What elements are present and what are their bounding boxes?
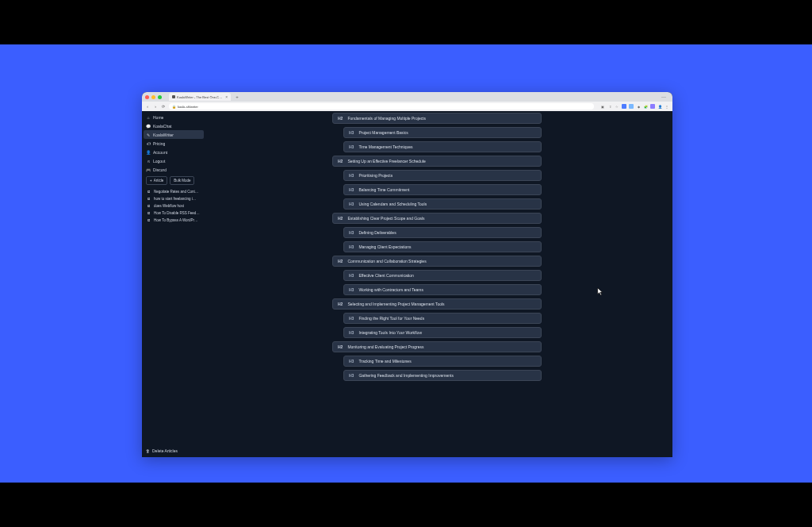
sidebar-item-label: Discord [153,167,167,172]
user-icon: 👤 [146,150,151,155]
list-item[interactable]: 🗎 Negotiate Rates and Cont… [145,188,202,195]
sidebar-item-home[interactable]: ⌂ Home [144,113,204,121]
heading-text: Fundamentals of Managing Multiple Projec… [347,116,426,121]
bulk-mode-button[interactable]: Bulk Mode [170,176,194,185]
logout-icon: ⎋ [146,159,151,163]
profile-avatar-icon[interactable]: 👤 [657,104,662,109]
heading-level-badge: H2 [338,116,343,121]
outline-heading-row[interactable]: H3Managing Client Expectations [343,241,542,252]
trash-icon: 🗑 [146,448,150,453]
outline-heading-row[interactable]: H3Project Management Basics [343,127,542,138]
outline-heading-row[interactable]: H3Defining Deliverables [343,227,542,238]
outline-heading-row[interactable]: H3Balancing Time Commitment [343,184,542,195]
sidebar-item-label: Account [153,150,167,155]
heading-text: Working with Contractors and Teams [358,287,423,292]
bookmark-icon[interactable]: ☆ [615,104,619,109]
screenshot-icon[interactable]: ▣ [600,104,605,109]
heading-text: Setting Up an Effective Freelancer Sched… [347,159,425,163]
heading-level-badge: H2 [338,216,343,221]
list-item[interactable]: 🗎 how to start freelancing i… [145,195,202,202]
close-window-icon[interactable] [145,95,149,99]
button-label: Bulk Mode [174,179,190,183]
browser-toolbar-right: ▣ ⇧ ☆ ◆ 🧩 👤 ⋮ [600,104,669,109]
heading-level-badge: H3 [349,359,354,364]
sidebar-item-koalachat[interactable]: 💬 KoalaChat [144,121,204,130]
list-item[interactable]: 🗎 does Webflow host [145,202,202,210]
outline-list: H2Fundamentals of Managing Multiple Proj… [332,113,542,384]
outline-heading-row[interactable]: H2Fundamentals of Managing Multiple Proj… [332,113,542,124]
outline-heading-row[interactable]: H2Communication and Collaboration Strate… [332,256,542,267]
outline-heading-row[interactable]: H3Using Calendars and Scheduling Tools [343,198,542,210]
sidebar-item-logout[interactable]: ⎋ Logout [144,156,204,165]
outline-heading-row[interactable]: H3Prioritising Projects [343,170,542,181]
back-button[interactable]: ‹ [145,104,150,109]
heading-level-badge: H3 [349,244,354,249]
outline-heading-row[interactable]: H3Working with Contractors and Teams [343,284,542,295]
heading-text: Managing Client Expectations [358,244,411,249]
reload-button[interactable]: ⟳ [161,104,166,109]
document-icon: 🗎 [147,190,151,194]
heading-text: Monitoring and Evaluating Project Progre… [347,344,423,349]
outline-heading-row[interactable]: H2Setting Up an Effective Freelancer Sch… [332,156,542,167]
share-icon[interactable]: ⇧ [607,104,612,109]
sidebar-item-label: Pricing [153,141,165,146]
app-body: ⌂ Home 💬 KoalaChat ✎ KoalaWriter 🏷 Prici… [142,111,672,457]
browser-window: KoalaWriter - The Best One-C… × + — ‹ › … [142,92,672,457]
heading-level-badge: H3 [349,187,354,192]
heading-text: Finding the Right Tool for Your Needs [358,316,424,321]
extension-icon[interactable] [650,104,655,109]
new-tab-button[interactable]: + [236,94,239,99]
minimize-window-icon[interactable] [151,95,155,99]
extensions-menu-icon[interactable]: 🧩 [643,104,648,109]
heading-level-badge: H2 [338,302,343,306]
outline-heading-row[interactable]: H3Tracking Time and Milestones [343,356,542,367]
url-field[interactable]: 🔒 koala.sh/writer [169,103,594,110]
browser-address-bar: ‹ › ⟳ 🔒 koala.sh/writer ▣ ⇧ ☆ ◆ 🧩 👤 ⋮ [142,102,672,111]
outline-heading-row[interactable]: H3Effective Client Communication [343,270,542,281]
outline-heading-row[interactable]: H2Establishing Clear Project Scope and G… [332,213,542,224]
sidebar-item-label: KoalaChat [153,124,171,129]
browser-menu-icon[interactable]: ⋮ [665,104,669,109]
list-item[interactable]: 🗎 How To Bypass A WordPr… [145,217,202,224]
delete-articles-button[interactable]: 🗑 Delete Articles [146,448,201,453]
sidebar-actions: + Article Bulk Mode [144,174,204,187]
new-article-button[interactable]: + Article [146,176,167,185]
browser-tab[interactable]: KoalaWriter - The Best One-C… × [169,93,231,101]
pen-icon: ✎ [146,133,151,137]
document-icon: 🗎 [147,204,151,208]
sidebar-item-account[interactable]: 👤 Account [144,148,204,156]
extension-icon[interactable] [629,104,634,109]
outline-heading-row[interactable]: H3Gathering Feedback and Implementing Im… [343,370,542,381]
heading-level-badge: H3 [349,144,354,149]
list-item[interactable]: 🗎 How To Disable RSS Feed… [145,210,202,217]
heading-text: Tracking Time and Milestones [358,359,411,364]
heading-text: Communication and Collaboration Strategi… [347,259,426,264]
extension-icon[interactable] [622,104,626,109]
sidebar-item-discord[interactable]: 🎮 Discord [144,165,204,174]
discord-icon: 🎮 [146,167,151,172]
outline-heading-row[interactable]: H2Selecting and Implementing Project Man… [332,298,542,310]
heading-text: Prioritising Projects [358,173,393,178]
browser-tab-bar: KoalaWriter - The Best One-C… × + — [142,92,672,102]
outline-heading-row[interactable]: H3Integrating Tools Into Your Workflow [343,327,542,338]
heading-text: Defining Deliverables [358,230,396,235]
maximize-window-icon[interactable] [158,95,162,99]
outline-heading-row[interactable]: H3Finding the Right Tool for Your Needs [343,313,542,324]
article-title: Negotiate Rates and Cont… [154,190,198,194]
outline-heading-row[interactable]: H3Time Management Techniques [343,141,542,152]
heading-text: Using Calendars and Scheduling Tools [358,202,427,206]
close-tab-icon[interactable]: × [225,94,228,99]
article-title: does Webflow host [154,204,184,208]
sidebar-item-koalawriter[interactable]: ✎ KoalaWriter [144,130,204,139]
heading-level-badge: H2 [338,259,343,264]
heading-text: Time Management Techniques [358,144,412,149]
document-icon: 🗎 [147,218,151,222]
forward-button[interactable]: › [153,104,158,109]
heading-text: Establishing Clear Project Scope and Goa… [347,216,424,221]
extension-icon[interactable]: ◆ [636,104,641,109]
plus-icon: + [150,179,152,183]
sidebar-item-pricing[interactable]: 🏷 Pricing [144,139,204,148]
sidebar-item-label: Logout [153,159,165,163]
tab-overflow-icon[interactable]: — [661,94,669,99]
outline-heading-row[interactable]: H2Monitoring and Evaluating Project Prog… [332,341,542,352]
